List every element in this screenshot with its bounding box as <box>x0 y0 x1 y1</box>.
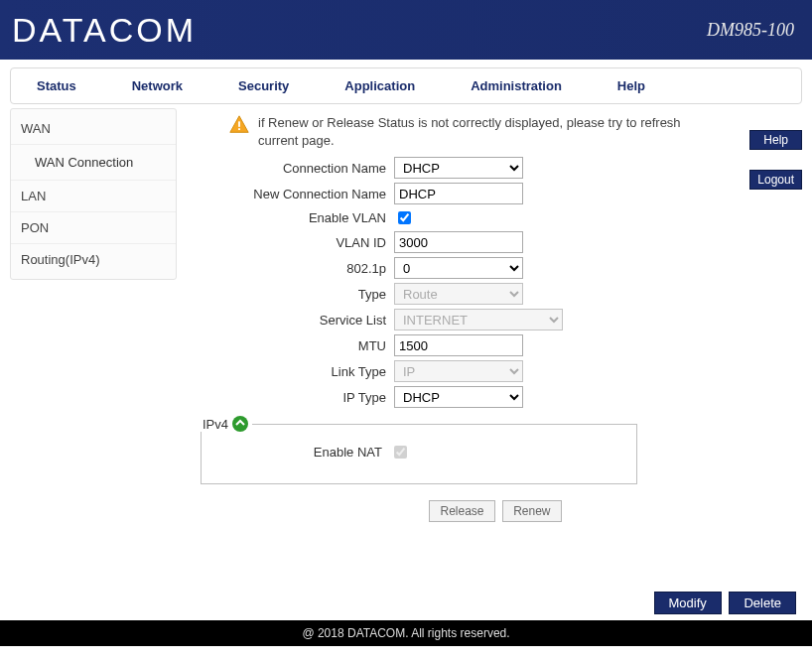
label-vlan-id: VLAN ID <box>201 235 394 250</box>
ipv4-legend-text: IPv4 <box>203 417 228 432</box>
select-802-1p[interactable]: 0 <box>394 257 523 279</box>
label-enable-nat: Enable NAT <box>211 445 390 460</box>
label-enable-vlan: Enable VLAN <box>201 210 394 225</box>
top-nav: Status Network Security Application Admi… <box>10 67 802 104</box>
label-service-list: Service List <box>201 313 394 328</box>
label-ip-type: IP Type <box>201 390 394 405</box>
select-ip-type[interactable]: DHCP <box>394 386 523 408</box>
logout-button[interactable]: Logout <box>749 170 802 190</box>
nav-status[interactable]: Status <box>11 74 104 97</box>
nav-administration[interactable]: Administration <box>443 74 590 97</box>
input-new-connection-name[interactable] <box>394 183 523 204</box>
model-label: DM985-100 <box>707 20 794 41</box>
sidebar: WAN WAN Connection LAN PON Routing(IPv4) <box>10 108 177 280</box>
ipv4-panel: IPv4 Enable NAT <box>201 424 637 484</box>
nav-help[interactable]: Help <box>590 74 673 97</box>
content-area: Help Logout if Renew or Release Status i… <box>177 108 802 532</box>
label-new-connection-name: New Connection Name <box>201 187 394 201</box>
input-mtu[interactable] <box>394 334 523 356</box>
delete-button[interactable]: Delete <box>729 592 796 614</box>
label-connection-name: Connection Name <box>201 161 394 176</box>
input-vlan-id[interactable] <box>394 231 523 253</box>
brand-logo: DATACOM <box>12 11 197 50</box>
sidebar-item-lan[interactable]: LAN <box>11 181 176 212</box>
warning-text: if Renew or Release Status is not correc… <box>258 114 705 149</box>
nav-security[interactable]: Security <box>210 74 317 97</box>
sidebar-item-wan-connection[interactable]: WAN Connection <box>11 145 176 181</box>
svg-rect-0 <box>238 121 240 127</box>
modify-button[interactable]: Modify <box>654 592 722 614</box>
label-link-type: Link Type <box>201 364 394 379</box>
select-type: Route <box>394 283 523 305</box>
app-header: DATACOM DM985-100 <box>0 0 812 60</box>
footer-text: @ 2018 DATACOM. All rights reserved. <box>0 620 812 646</box>
select-connection-name[interactable]: DHCP <box>394 157 523 179</box>
sidebar-item-pon[interactable]: PON <box>11 212 176 244</box>
label-type: Type <box>201 287 394 302</box>
sidebar-item-wan[interactable]: WAN <box>11 113 176 145</box>
release-button[interactable]: Release <box>429 500 494 522</box>
label-mtu: MTU <box>201 338 394 353</box>
warning-icon <box>228 114 250 136</box>
svg-rect-1 <box>238 128 240 130</box>
warning-row: if Renew or Release Status is not correc… <box>228 114 705 149</box>
renew-button[interactable]: Renew <box>502 500 561 522</box>
collapse-icon[interactable] <box>232 416 248 432</box>
label-802-1p: 802.1p <box>201 261 394 276</box>
nav-application[interactable]: Application <box>317 74 443 97</box>
checkbox-enable-vlan[interactable] <box>398 211 411 224</box>
select-service-list: INTERNET <box>394 309 563 330</box>
sidebar-item-routing[interactable]: Routing(IPv4) <box>11 244 176 275</box>
help-button[interactable]: Help <box>749 130 802 150</box>
select-link-type: IP <box>394 360 523 382</box>
checkbox-enable-nat <box>394 446 407 459</box>
nav-network[interactable]: Network <box>104 74 210 97</box>
